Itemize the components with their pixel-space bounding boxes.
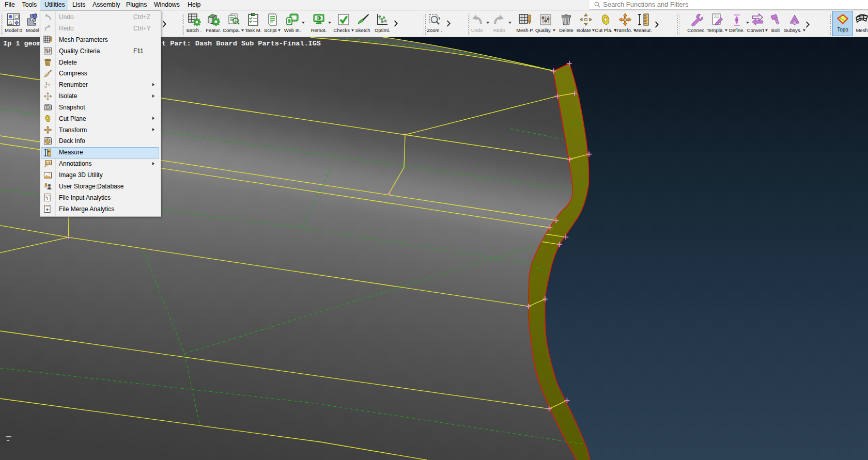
svg-text:1.3: 1.3 [46,161,51,164]
svg-text:2: 2 [48,83,50,87]
svg-text:Ip 1 geom: Ip 1 geom [3,40,41,47]
svg-text:1: 1 [45,82,48,85]
svg-text:3: 3 [44,85,47,89]
svg-text:t Part: Dash Board Sub Parts-F: t Part: Dash Board Sub Parts-Final.IGS [162,40,321,47]
